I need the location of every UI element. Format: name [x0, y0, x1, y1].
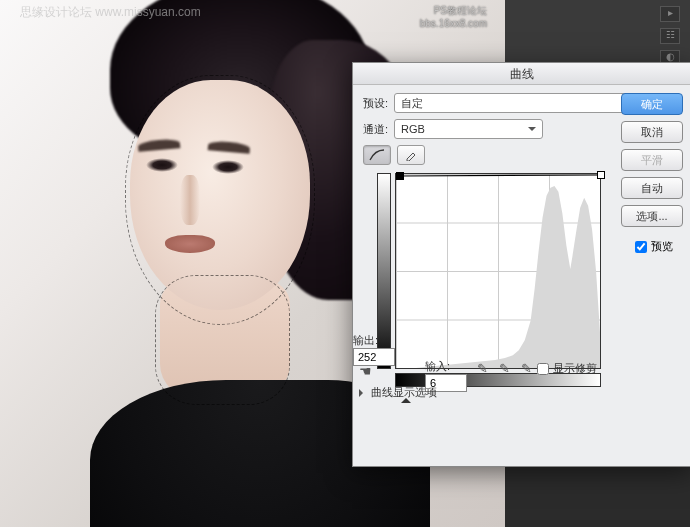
watermark: PS教程论坛bbs.16xx8.com [420, 4, 487, 30]
preset-label: 预设: [363, 96, 388, 111]
auto-button[interactable]: 自动 [621, 177, 683, 199]
dialog-title: 曲线 [353, 63, 690, 85]
curve-point[interactable] [597, 171, 605, 179]
channel-select[interactable]: RGB [394, 119, 543, 139]
disclosure-triangle-icon [359, 389, 367, 397]
smooth-button[interactable]: 平滑 [621, 149, 683, 171]
curve-display-options-toggle[interactable]: 曲线显示选项 [359, 385, 437, 400]
black-point-eyedropper-icon[interactable]: ✎ [477, 361, 491, 375]
target-adjust-icon[interactable]: ☚ [359, 363, 372, 379]
pencil-tool-button[interactable] [397, 145, 425, 165]
output-label: 输出: [353, 333, 395, 348]
curve-point-selected[interactable] [396, 172, 404, 180]
watermark: 思缘设计论坛 www.missyuan.com [20, 4, 201, 21]
white-point-eyedropper-icon[interactable]: ✎ [521, 361, 535, 375]
show-clipping-checkbox[interactable] [537, 363, 549, 375]
options-button[interactable]: 选项... [621, 205, 683, 227]
gray-point-eyedropper-icon[interactable]: ✎ [499, 361, 513, 375]
curve-tool-button[interactable] [363, 145, 391, 165]
preset-select[interactable]: 自定 [394, 93, 659, 113]
curves-dialog: 曲线 预设: 自定 通道: RGB [352, 62, 690, 467]
preview-label: 预览 [651, 239, 673, 254]
ok-button[interactable]: 确定 [621, 93, 683, 115]
svg-line-1 [400, 175, 601, 176]
show-clipping-label: 显示修剪 [553, 361, 597, 376]
panel-icon[interactable]: ▸ [660, 6, 680, 22]
preview-checkbox[interactable] [635, 241, 647, 253]
input-label: 输入: [425, 360, 450, 372]
panel-icon[interactable]: ☷ [660, 28, 680, 44]
channel-label: 通道: [363, 122, 388, 137]
cancel-button[interactable]: 取消 [621, 121, 683, 143]
curves-graph[interactable] [395, 173, 601, 369]
marching-ants-selection [155, 275, 290, 405]
